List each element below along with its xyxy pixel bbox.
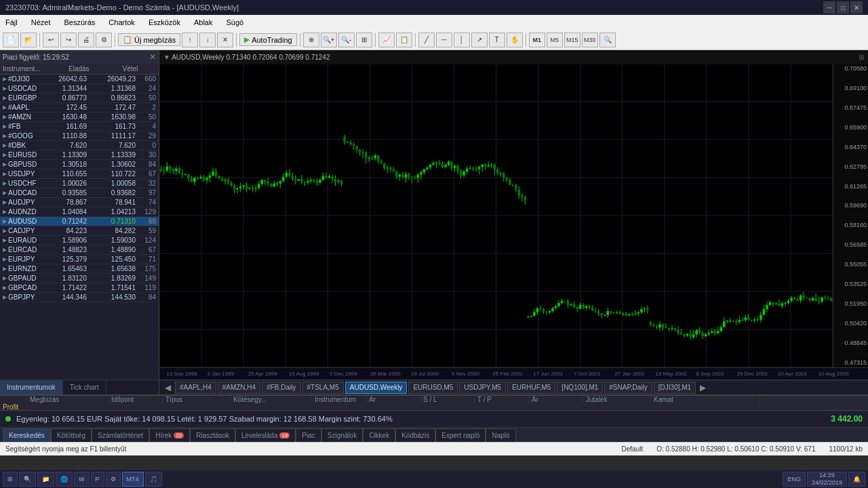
notification-button[interactable]: 🔔 xyxy=(848,472,865,487)
start-button[interactable]: ⊞ xyxy=(3,472,18,487)
watchlist-row[interactable]: ▶ EURGBP 0.86773 0.86823 50 xyxy=(0,94,159,103)
word-button[interactable]: W xyxy=(74,472,90,487)
bottom-tab[interactable]: Szignálok xyxy=(321,428,363,442)
buy-button[interactable]: ↑ xyxy=(182,33,198,47)
menu-item-ablak[interactable]: Ablak xyxy=(191,17,216,28)
watchlist-row[interactable]: ▶ CADJPY 84.223 84.282 59 xyxy=(0,226,159,236)
chart-tab[interactable]: #FB,Daily xyxy=(262,382,300,394)
wl-tab-tick[interactable]: Tick chart xyxy=(63,380,106,394)
sell-button[interactable]: ↓ xyxy=(199,33,216,47)
settings-button[interactable]: ⚙ xyxy=(96,33,112,47)
bottom-tab[interactable]: Kereskedés xyxy=(3,428,51,442)
m30-button[interactable]: M30 xyxy=(582,33,598,47)
file-explorer-button[interactable]: 📁 xyxy=(37,472,54,487)
bottom-tab[interactable]: Kötöttség xyxy=(51,428,92,442)
chart-tab[interactable]: [NQ100],M1 xyxy=(557,382,603,394)
search-timeframe-button[interactable]: 🔍 xyxy=(599,33,616,47)
watchlist-row[interactable]: ▶ #GOOG 1110.88 1111.17 29 xyxy=(0,131,159,141)
watchlist-row[interactable]: ▶ AUDUSD 0.71242 0.71310 68 xyxy=(0,217,159,226)
watchlist-row[interactable]: ▶ EURUSD 1.13309 1.13339 30 xyxy=(0,150,159,160)
indicator-button[interactable]: 📈 xyxy=(378,33,395,47)
lang-button[interactable]: ENG xyxy=(783,472,806,487)
watchlist-row[interactable]: ▶ AUDCAD 0.93585 0.93682 97 xyxy=(0,188,159,198)
menu-item-chartok[interactable]: Chartok xyxy=(106,17,138,28)
move-button[interactable]: ✋ xyxy=(507,33,523,47)
watchlist-row[interactable]: ▶ USDCHF 1.00026 1.00058 32 xyxy=(0,179,159,188)
watchlist-row[interactable]: ▶ #DJI30 26042.63 26049.23 660 xyxy=(0,75,159,84)
watchlist-row[interactable]: ▶ AUDNZD 1.04084 1.04213 129 xyxy=(0,207,159,217)
chart-tab[interactable]: #AAPL,H4 xyxy=(175,382,216,394)
mt4-button[interactable]: MT4 xyxy=(122,472,144,487)
watchlist-row[interactable]: ▶ #DBK 7.620 7.620 0 xyxy=(0,141,159,150)
chart-expand-icon[interactable]: ⊞ xyxy=(859,54,864,61)
watchlist-row[interactable]: ▶ #AAPL 172.45 172.47 2 xyxy=(0,103,159,113)
chart-tab[interactable]: #SNAP,Daily xyxy=(604,382,652,394)
open-button[interactable]: 📂 xyxy=(20,33,37,47)
bottom-tab[interactable]: Expert napló xyxy=(435,428,486,442)
menu-item-fájl[interactable]: Fájl xyxy=(3,17,20,28)
chart-tab[interactable]: USDJPY,M5 xyxy=(459,382,506,394)
close-order-button[interactable]: ✕ xyxy=(217,33,233,47)
chart-tab[interactable]: EURHUF,M5 xyxy=(507,382,555,394)
bottom-tab[interactable]: Levelesláda18 xyxy=(235,428,296,442)
chart-tab[interactable]: AUDUSD,Weekly xyxy=(345,382,408,394)
powerpoint-button[interactable]: P xyxy=(91,472,104,487)
chart-tabs-left-button[interactable]: ◀ xyxy=(162,383,174,392)
menu-item-eszközök[interactable]: Eszközök xyxy=(146,17,183,28)
chart-tab[interactable]: #TSLA,M5 xyxy=(302,382,344,394)
watchlist-row[interactable]: ▶ GBPUSD 1.30518 1.30602 84 xyxy=(0,160,159,169)
chart-canvas-container[interactable]: 0.705800.691000.674750.659000.643700.627… xyxy=(159,64,868,367)
crosshair-button[interactable]: ⊕ xyxy=(303,33,319,47)
bottom-tab[interactable]: Napló xyxy=(486,428,515,442)
chart-tab[interactable]: [DJI30],M1 xyxy=(654,382,696,394)
text-button[interactable]: T xyxy=(489,33,505,47)
new-chart-button[interactable]: 📄 xyxy=(3,33,19,47)
wl-tab-instruments[interactable]: Instrumentumok xyxy=(0,380,63,394)
watchlist-row[interactable]: ▶ USDJPY 110.655 110.722 67 xyxy=(0,169,159,179)
m15-button[interactable]: M15 xyxy=(564,33,580,47)
bottom-tab[interactable]: Cikkek xyxy=(363,428,395,442)
redo-button[interactable]: ↪ xyxy=(60,33,77,47)
zoom-out-button[interactable]: 🔍- xyxy=(338,33,355,47)
watchlist-close-button[interactable]: ✕ xyxy=(149,52,156,62)
vline-button[interactable]: │ xyxy=(454,33,470,47)
price-chart[interactable] xyxy=(159,64,833,367)
bottom-tab[interactable]: Riasztások xyxy=(190,428,235,442)
menu-item-nézet[interactable]: Nézet xyxy=(28,17,54,28)
bottom-tab[interactable]: Hírek22 xyxy=(149,428,190,442)
watchlist-row[interactable]: ▶ GBPJPY 144.346 144.530 84 xyxy=(0,293,159,302)
watchlist-row[interactable]: ▶ GBPCAD 1.71422 1.71541 119 xyxy=(0,283,159,293)
bottom-tab[interactable]: Kódbázis xyxy=(395,428,435,442)
undo-button[interactable]: ↩ xyxy=(43,33,59,47)
chart-tab[interactable]: EURUSD,M5 xyxy=(408,382,458,394)
settings-taskbar-button[interactable]: ⚙ xyxy=(106,472,121,487)
arrow-button[interactable]: ↗ xyxy=(471,33,488,47)
minimize-button[interactable]: ─ xyxy=(823,1,835,14)
watchlist-row[interactable]: ▶ #AMZN 1630.48 1630.98 50 xyxy=(0,113,159,122)
zoom-in-button[interactable]: 🔍+ xyxy=(321,33,337,47)
line-button[interactable]: ╱ xyxy=(418,33,435,47)
template-button[interactable]: 📋 xyxy=(396,33,412,47)
watchlist-row[interactable]: ▶ GBPAUD 1.83120 1.83269 149 xyxy=(0,274,159,283)
chart-tabs-right-button[interactable]: ▶ xyxy=(697,383,709,392)
menu-item-súgó[interactable]: Súgó xyxy=(223,17,246,28)
grid-button[interactable]: ⊞ xyxy=(356,33,372,47)
bottom-tab[interactable]: Piac xyxy=(296,428,321,442)
print-button[interactable]: 🖨 xyxy=(78,33,94,47)
m1-button[interactable]: M1 xyxy=(529,33,545,47)
close-button[interactable]: ✕ xyxy=(850,1,863,14)
autotrading-button[interactable]: ▶ AutoTrading xyxy=(239,33,297,46)
search-taskbar-button[interactable]: 🔍 xyxy=(19,472,36,487)
menu-item-beszúrás[interactable]: Beszúrás xyxy=(61,17,98,28)
chart-tab[interactable]: #AMZN,H4 xyxy=(218,382,260,394)
browser-button[interactable]: 🌐 xyxy=(56,472,73,487)
hline-button[interactable]: ─ xyxy=(436,33,452,47)
watchlist-row[interactable]: ▶ EURJPY 125.379 125.450 71 xyxy=(0,255,159,264)
watchlist-row[interactable]: ▶ #FB 161.69 161.73 4 xyxy=(0,122,159,131)
bottom-tab[interactable]: Számlatörténet xyxy=(92,428,149,442)
watchlist-row[interactable]: ▶ USDCAD 1.31344 1.31368 24 xyxy=(0,84,159,94)
maximize-button[interactable]: □ xyxy=(837,1,849,14)
watchlist-row[interactable]: ▶ EURCAD 1.48823 1.48890 67 xyxy=(0,245,159,255)
watchlist-row[interactable]: ▶ EURNZD 1.65463 1.65638 175 xyxy=(0,264,159,274)
spotify-button[interactable]: 🎵 xyxy=(145,472,162,487)
